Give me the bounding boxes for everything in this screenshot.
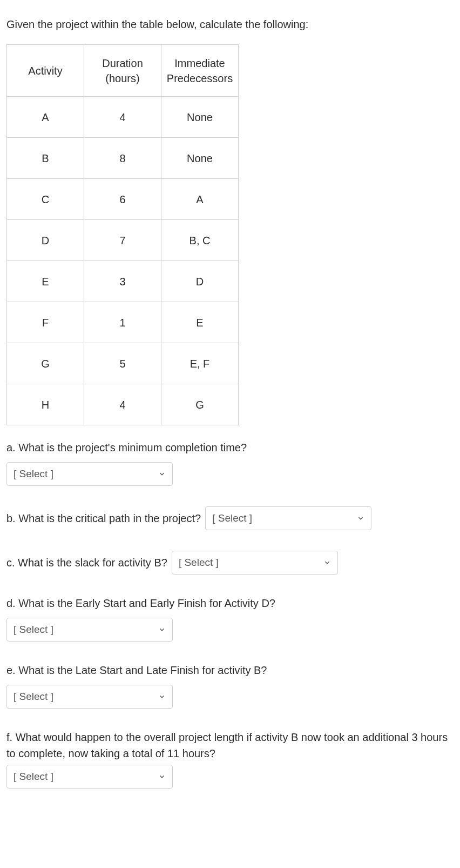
select-a[interactable]: [ Select ] — [6, 462, 173, 486]
chevron-down-icon — [158, 693, 166, 700]
table-header-row: Activity Duration (hours) Immediate Pred… — [7, 45, 239, 97]
cell-pred: D — [161, 261, 239, 302]
question-f: f. What would happen to the overall proj… — [6, 729, 454, 762]
cell-activity: A — [7, 97, 84, 138]
cell-duration: 5 — [84, 343, 161, 384]
cell-activity: F — [7, 302, 84, 343]
cell-activity: E — [7, 261, 84, 302]
project-table: Activity Duration (hours) Immediate Pred… — [6, 44, 239, 425]
question-a: a. What is the project's minimum complet… — [6, 439, 454, 456]
cell-duration: 7 — [84, 220, 161, 261]
cell-pred: None — [161, 138, 239, 179]
header-activity: Activity — [7, 45, 84, 97]
select-d-label: [ Select ] — [13, 622, 53, 638]
cell-pred: B, C — [161, 220, 239, 261]
cell-duration: 8 — [84, 138, 161, 179]
cell-pred: A — [161, 179, 239, 220]
question-b: b. What is the critical path in the proj… — [6, 510, 201, 526]
cell-activity: C — [7, 179, 84, 220]
chevron-down-icon — [158, 773, 166, 780]
cell-pred: E, F — [161, 343, 239, 384]
cell-pred: G — [161, 384, 239, 425]
table-row: C6A — [7, 179, 239, 220]
chevron-down-icon — [323, 559, 331, 566]
cell-activity: G — [7, 343, 84, 384]
question-c: c. What is the slack for activity B? — [6, 555, 167, 571]
select-d[interactable]: [ Select ] — [6, 618, 173, 642]
chevron-down-icon — [158, 626, 166, 633]
select-b[interactable]: [ Select ] — [205, 506, 371, 530]
question-e: e. What is the Late Start and Late Finis… — [6, 662, 454, 678]
cell-activity: D — [7, 220, 84, 261]
cell-pred: None — [161, 97, 239, 138]
select-b-label: [ Select ] — [212, 511, 252, 526]
select-e[interactable]: [ Select ] — [6, 685, 173, 709]
cell-activity: B — [7, 138, 84, 179]
cell-pred: E — [161, 302, 239, 343]
cell-activity: H — [7, 384, 84, 425]
table-row: D7B, C — [7, 220, 239, 261]
cell-duration: 4 — [84, 384, 161, 425]
select-a-label: [ Select ] — [13, 466, 53, 482]
table-row: E3D — [7, 261, 239, 302]
table-row: H4G — [7, 384, 239, 425]
table-row: F1E — [7, 302, 239, 343]
chevron-down-icon — [158, 470, 166, 478]
intro-text: Given the project within the table below… — [6, 16, 454, 32]
header-predecessors: Immediate Predecessors — [161, 45, 239, 97]
cell-duration: 1 — [84, 302, 161, 343]
question-d: d. What is the Early Start and Early Fin… — [6, 595, 454, 611]
table-row: G5E, F — [7, 343, 239, 384]
chevron-down-icon — [357, 515, 364, 522]
cell-duration: 6 — [84, 179, 161, 220]
select-c[interactable]: [ Select ] — [172, 551, 338, 575]
table-row: B8None — [7, 138, 239, 179]
cell-duration: 3 — [84, 261, 161, 302]
select-e-label: [ Select ] — [13, 689, 53, 705]
table-row: A4None — [7, 97, 239, 138]
select-c-label: [ Select ] — [179, 555, 219, 571]
cell-duration: 4 — [84, 97, 161, 138]
select-f-label: [ Select ] — [13, 769, 53, 785]
header-duration: Duration (hours) — [84, 45, 161, 97]
select-f[interactable]: [ Select ] — [6, 765, 173, 789]
